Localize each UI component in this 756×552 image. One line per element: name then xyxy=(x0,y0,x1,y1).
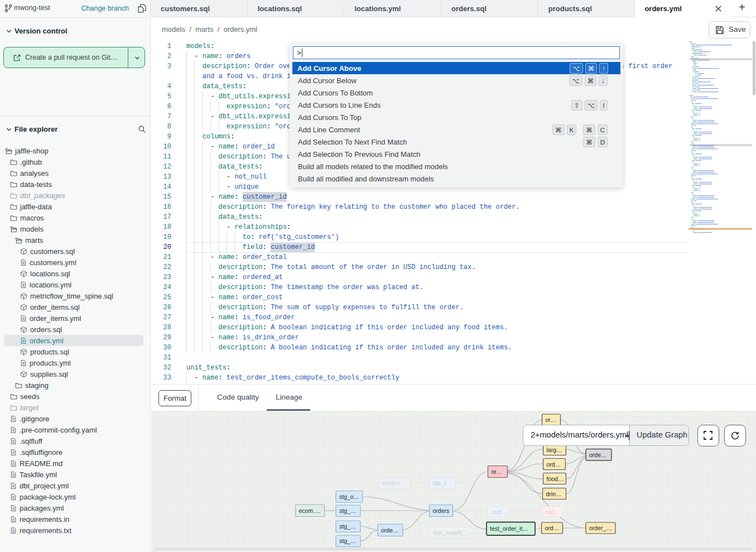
svg-text:orde…: orde… xyxy=(381,527,399,534)
svg-text:or…: or… xyxy=(546,416,557,423)
svg-text:stg_…: stg_… xyxy=(339,537,356,544)
svg-text:cus…: cus… xyxy=(546,508,561,515)
svg-text:ecom.r…: ecom.r… xyxy=(382,479,406,486)
svg-text:or…: or… xyxy=(492,468,503,475)
svg-text:test_supply_…: test_supply_… xyxy=(433,529,471,536)
svg-text:stg_o…: stg_o… xyxy=(339,493,359,500)
svg-text:ecom.…: ecom.… xyxy=(299,507,321,514)
svg-text:food…: food… xyxy=(547,476,564,482)
svg-text:stg_c…: stg_c… xyxy=(433,479,453,486)
svg-text:orde…: orde… xyxy=(589,452,607,458)
svg-text:drin…: drin… xyxy=(546,491,562,497)
svg-text:stg_…: stg_… xyxy=(339,523,356,530)
svg-text:ord…: ord… xyxy=(545,525,560,531)
svg-text:order_…: order_… xyxy=(589,525,612,531)
svg-text:test_order_it…: test_order_it… xyxy=(490,525,528,532)
svg-text:stg_…: stg_… xyxy=(339,507,356,514)
svg-text:ord…: ord… xyxy=(547,461,561,468)
svg-text:cust…: cust… xyxy=(492,508,508,515)
svg-text:orders: orders xyxy=(433,507,450,514)
svg-text:larg…: larg… xyxy=(547,447,562,453)
